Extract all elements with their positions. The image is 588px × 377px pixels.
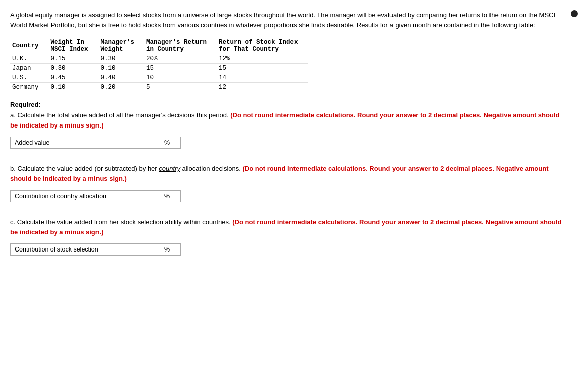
table-cell: 0.30 (49, 64, 99, 73)
table-cell: Japan (10, 64, 49, 73)
question-b-text: b. Calculate the value added (or subtrac… (10, 164, 563, 184)
data-table: Country Weight InMSCI Index Manager'sWei… (10, 38, 308, 92)
question-b-suffix: allocation decisions. (182, 165, 241, 172)
question-b-percent: % (161, 191, 173, 202)
col-header-manager-return: Manager's Returnin Country (144, 38, 217, 54)
table-row: U.K.0.150.3020%12% (10, 54, 308, 64)
table-cell: 0.10 (99, 64, 145, 73)
table-cell: 0.40 (99, 73, 145, 83)
table-cell: 12% (217, 54, 308, 64)
col-header-weight-msci: Weight InMSCI Index (49, 38, 99, 54)
question-c-percent: % (161, 244, 173, 255)
table-row: Japan0.300.101515 (10, 64, 308, 73)
question-b-block: b. Calculate the value added (or subtrac… (10, 164, 578, 202)
table-cell: Germany (10, 83, 49, 92)
col-header-stock-index-return: Return of Stock Indexfor That Country (217, 38, 308, 54)
table-row: Germany0.100.20512 (10, 83, 308, 92)
question-b-prefix: b. Calculate the value added (or subtrac… (10, 165, 157, 172)
table-cell: 15 (217, 64, 308, 73)
table-cell: 20% (144, 54, 217, 64)
question-c-text: c. Calculate the value added from her st… (10, 217, 563, 237)
question-c-input[interactable] (111, 244, 161, 255)
required-label: Required: (10, 101, 578, 108)
question-a-text: a. Calculate the total value added of al… (10, 110, 563, 131)
question-b-label: Contribution of country allocation (11, 191, 111, 202)
table-cell: 0.15 (49, 54, 99, 64)
question-c-answer-row: Contribution of stock selection % (10, 243, 181, 256)
table-cell: 0.10 (49, 83, 99, 92)
question-a-block: a. Calculate the total value added of al… (10, 110, 578, 149)
question-a-prefix: a. Calculate the total value added of al… (10, 111, 229, 119)
table-cell: U.K. (10, 54, 49, 64)
question-b-answer-row: Contribution of country allocation % (10, 190, 181, 202)
question-a-label: Added value (11, 137, 111, 148)
col-header-country: Country (10, 38, 49, 54)
question-b-input[interactable] (111, 191, 161, 202)
table-cell: 0.45 (49, 73, 99, 83)
question-c-label: Contribution of stock selection (11, 244, 111, 255)
question-a-input[interactable] (111, 137, 161, 148)
table-cell: 15 (144, 64, 217, 73)
question-c-block: c. Calculate the value added from her st… (10, 217, 578, 256)
question-a-percent: % (161, 137, 173, 148)
question-a-answer-row: Added value % (10, 137, 181, 149)
table-cell: 5 (144, 83, 217, 92)
col-header-manager-weight: Manager'sWeight (99, 38, 145, 54)
table-cell: 12 (217, 83, 308, 92)
table-cell: U.S. (10, 73, 49, 83)
question-c-prefix: c. Calculate the value added from her st… (10, 218, 231, 226)
table-cell: 10 (144, 73, 217, 83)
table-cell: 0.20 (99, 83, 145, 92)
table-cell: 14 (217, 73, 308, 83)
table-row: U.S.0.450.401014 (10, 73, 308, 83)
table-cell: 0.30 (99, 54, 145, 64)
dot-indicator (571, 10, 578, 17)
intro-paragraph: A global equity manager is assigned to s… (10, 10, 563, 30)
question-b-italic: country (159, 165, 180, 172)
